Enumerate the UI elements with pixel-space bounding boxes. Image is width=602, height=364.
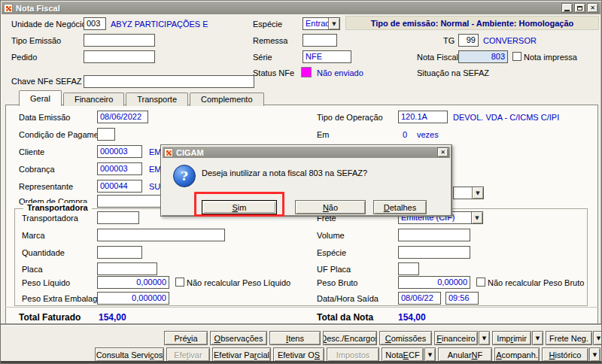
chave-nfe-field[interactable] <box>84 75 254 88</box>
unidade-negocio-label: Unidade de Negócio <box>11 20 87 29</box>
historico-menu-arrow[interactable]: ▼ <box>589 347 600 362</box>
marca-field[interactable] <box>97 229 225 241</box>
especie-transporte-field[interactable] <box>398 246 470 259</box>
pedido-field[interactable] <box>84 50 155 63</box>
chevron-down-icon[interactable]: ▼ <box>328 18 339 29</box>
anular-nf-button[interactable]: Anular NF <box>438 347 492 362</box>
observacoes-button[interactable]: Observações <box>210 331 267 345</box>
tg-name: CONVERSOR <box>483 36 537 45</box>
tipo-emissao-field[interactable] <box>84 34 155 47</box>
cobranca-field[interactable]: 000003 <box>97 162 142 175</box>
cobranca-label: Cobrança <box>19 165 55 174</box>
imprimir-button[interactable]: Imprimir <box>492 331 531 345</box>
uf-placa-field[interactable] <box>398 262 419 275</box>
em-label: Em <box>317 130 330 139</box>
chevron-down-icon[interactable]: ▼ <box>472 187 483 199</box>
financeiro-button[interactable]: Financeiro <box>434 331 478 345</box>
tab-bar: GeralFinanceiroTransporteComplemento <box>19 90 266 106</box>
question-icon: ? <box>173 165 196 187</box>
condicao-pagamento-label: Condição de Pagamento <box>19 130 110 139</box>
frete-neg-menu-arrow[interactable]: ▼ <box>593 331 602 345</box>
dialog-close-icon[interactable]: ✕ <box>437 147 448 157</box>
dialog-title: CIGAM <box>176 148 204 157</box>
representante-field[interactable]: 000044 <box>97 180 142 193</box>
placa-field[interactable] <box>97 262 157 275</box>
especie-transporte-label: Espécie <box>317 248 346 257</box>
cigam-app-icon <box>4 4 13 13</box>
condicao-pagamento-field[interactable] <box>97 128 115 141</box>
window-titlebar: Nota Fiscal ✕ <box>2 2 600 14</box>
tipo-operacao-label: Tipo de Operação <box>317 113 383 122</box>
transportadora-label: Transportadora <box>22 214 78 223</box>
em-vezes: vezes <box>417 130 439 139</box>
sim-button-highlight-annotation <box>194 192 284 217</box>
transportadora-field[interactable] <box>97 211 139 224</box>
unidade-negocio-name: ABYZ PARTICIPAÇÕES E <box>111 20 208 29</box>
efetivar-button: Efetivar <box>166 347 210 362</box>
peso-bruto-field[interactable]: 0,00000 <box>398 276 470 289</box>
itens-button[interactable]: Itens <box>269 331 321 345</box>
remessa-field[interactable] <box>303 34 337 47</box>
close-icon[interactable]: ✕ <box>587 3 598 13</box>
nao-button[interactable]: Não <box>295 200 366 214</box>
maximize-button[interactable] <box>574 3 585 13</box>
nota-ecf-button[interactable]: Nota ECF <box>382 347 424 362</box>
covered-row-combo[interactable]: ▼ <box>453 187 484 199</box>
transportadora-group-title: Transportadora <box>23 203 92 212</box>
efetivar-os-button[interactable]: Efetivar OS <box>273 347 324 362</box>
quantidade-field[interactable] <box>97 246 142 259</box>
tab-geral[interactable]: Geral <box>19 90 62 106</box>
peso-extra-label: Peso Extra Embalagem <box>22 294 109 303</box>
cliente-field[interactable]: 000003 <box>97 145 142 158</box>
nota-fiscal-label: Nota Fiscal <box>417 53 458 62</box>
data-emissao-label: Data Emissão <box>19 113 70 122</box>
imprimir-menu-arrow[interactable]: ▼ <box>532 331 543 345</box>
financeiro-menu-arrow[interactable]: ▼ <box>479 331 490 345</box>
especie-label: Espécie <box>253 20 282 29</box>
nao-recalcular-peso-liquido-checkbox[interactable] <box>175 278 184 287</box>
nota-ecf-menu-arrow[interactable]: ▼ <box>424 347 436 362</box>
emission-type-banner: Tipo de emissão: Normal - Ambiente: Homo… <box>345 16 599 30</box>
tg-label: TG <box>443 36 455 45</box>
data-saida-field[interactable]: 08/06/22 <box>398 292 441 305</box>
desc-encargos-button[interactable]: Desc./Encargos <box>323 331 377 345</box>
status-nfe-value: Não enviado <box>317 68 363 77</box>
tab-complemento[interactable]: Complemento <box>190 93 263 106</box>
detalhes-button[interactable]: Detalhes <box>373 200 427 214</box>
dialog-titlebar: CIGAM ✕ <box>163 147 450 158</box>
peso-liquido-field[interactable]: 0,00000 <box>97 276 169 289</box>
minimize-button[interactable] <box>561 3 573 13</box>
acompanh-button[interactable]: Acompanh. <box>494 347 540 362</box>
nota-fiscal-field[interactable]: 803 <box>458 50 508 63</box>
tg-field[interactable]: 99 <box>458 34 479 47</box>
chave-nfe-label: Chave NFe SEFAZ <box>11 77 82 86</box>
frete-neg-button[interactable]: Frete Neg. <box>546 331 592 345</box>
efetivar-parcial-button[interactable]: Efetivar Parcial <box>212 347 271 362</box>
hora-saida-field[interactable]: 09:56 <box>445 292 479 305</box>
status-nfe-label: Status NFe <box>253 68 294 77</box>
tab-financeiro[interactable]: Financeiro <box>63 93 124 106</box>
volume-label: Volume <box>317 231 345 240</box>
data-emissao-field[interactable]: 08/06/2022 <box>97 111 148 123</box>
nota-impressa-checkbox[interactable] <box>512 52 521 61</box>
nao-recalcular-peso-liquido-label: Não recalcular Peso Líquido <box>187 278 290 287</box>
tipo-operacao-field[interactable]: 120.1A <box>398 111 448 123</box>
historico-button[interactable]: Histórico <box>542 347 588 362</box>
serie-label: Série <box>253 53 272 62</box>
especie-select[interactable]: Entrada ▼ <box>303 17 340 30</box>
previa-button[interactable]: Prévia <box>164 331 208 345</box>
total-nota-label: Total da Nota <box>317 312 373 323</box>
serie-field[interactable]: NFE <box>303 50 351 63</box>
peso-extra-field[interactable]: 0,000000 <box>97 292 169 305</box>
nota-impressa-label: Nota impressa <box>524 53 577 62</box>
unidade-negocio-field[interactable]: 003 <box>84 17 106 30</box>
consulta-servicos-button[interactable]: Consulta Serviços <box>95 347 164 362</box>
comissoes-button[interactable]: Comissões <box>379 331 432 345</box>
total-nota-value: 154,00 <box>398 312 426 323</box>
volume-field[interactable] <box>398 229 470 241</box>
nao-recalcular-peso-bruto-checkbox[interactable] <box>476 278 485 287</box>
nota-fiscal-window: Nota Fiscal ✕ Unidade de Negócio 003 ABY… <box>0 0 602 364</box>
tab-transporte[interactable]: Transporte <box>126 93 188 106</box>
total-faturado-label: Total Faturado <box>19 312 81 323</box>
chevron-down-icon[interactable]: ▼ <box>471 212 482 223</box>
